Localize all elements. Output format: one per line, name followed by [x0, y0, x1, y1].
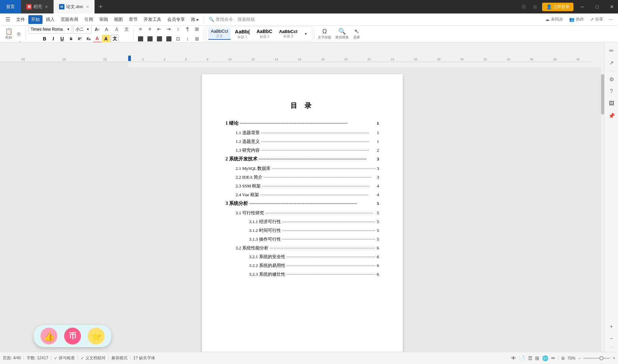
coin-widget-button[interactable]: 币 [64, 328, 81, 344]
font-size-down-button[interactable]: A- [103, 26, 111, 34]
login-button[interactable]: 👤 立即登录 [542, 3, 573, 11]
zoom-out-button[interactable]: − [578, 356, 581, 361]
quick-action-button[interactable]: ⚙ [606, 74, 617, 85]
minimize-button[interactable]: ─ [576, 1, 588, 12]
image-button[interactable]: 🖼 [606, 98, 617, 109]
multi-window-icon[interactable]: ⧉ [519, 2, 528, 11]
scroll-thumb[interactable] [601, 74, 604, 115]
view-mode-read[interactable]: 👁 [511, 355, 516, 361]
copy-button[interactable]: ⎘ [15, 30, 23, 38]
sort-button[interactable]: ↕ [174, 26, 182, 33]
doc-correction[interactable]: ✓ 义文档校对 [81, 355, 106, 361]
text-layout-button[interactable]: Ω 文字排版 [316, 27, 333, 41]
zoom-in-button[interactable]: + [613, 356, 615, 361]
view-mode-pen[interactable]: ✏ [551, 355, 556, 361]
page-count[interactable]: 页面: 4/40 [3, 355, 21, 361]
menu-dev-tools[interactable]: 开发工具 [141, 15, 164, 24]
list-ordered-button[interactable]: ≡ [145, 26, 154, 33]
hamburger-menu-icon[interactable]: ☰ [3, 14, 13, 25]
font-size-up-button[interactable]: A+ [93, 26, 102, 34]
sidebar-more[interactable]: ⋯ [610, 345, 613, 349]
tab-doc-close[interactable]: ✕ [86, 5, 89, 9]
document-area[interactable]: 目 录 1 绪论································… [0, 67, 605, 352]
menu-insert[interactable]: 插入 [43, 15, 57, 24]
find-replace-button[interactable]: 🔍 查找替换 [334, 27, 350, 41]
view-mode-print[interactable]: 📄 [519, 355, 525, 361]
columns-button[interactable]: ⊞ [193, 26, 201, 33]
help-button[interactable]: ? [606, 86, 617, 97]
share-button[interactable]: ↗ 分享 [587, 16, 606, 23]
view-mode-list[interactable]: ☰ [528, 355, 532, 361]
menu-file[interactable]: 文件 [13, 15, 28, 24]
navigate-button[interactable]: ↗ [606, 57, 617, 68]
more-options-button[interactable]: ⋯ [607, 15, 615, 24]
grid-view-icon[interactable]: ⊞ [531, 2, 539, 11]
select-button[interactable]: ↖ 选择 [351, 27, 362, 41]
line-spacing-button[interactable]: ↕ [183, 34, 192, 42]
word-count[interactable]: 字数: 12417 [27, 355, 48, 361]
phonetic-button[interactable]: 文 [122, 26, 131, 34]
menu-start[interactable]: 开始 [28, 15, 43, 24]
format-painter-button[interactable]: 🖌 [15, 39, 23, 43]
tab-add-button[interactable]: + [95, 0, 107, 13]
bold-button[interactable]: B [40, 35, 49, 42]
text-direction-button[interactable]: ⊡ [174, 34, 182, 42]
tab-straw-close[interactable]: ✕ [45, 5, 48, 9]
strikethrough-button[interactable]: S̶ [67, 35, 75, 42]
maximize-button[interactable]: □ [591, 1, 603, 12]
style-heading3[interactable]: AaBbCcI 标题 3 [276, 28, 300, 40]
styles-dropdown-button[interactable]: ▼ [301, 30, 310, 38]
superscript-button[interactable]: X² [76, 35, 84, 42]
italic-button[interactable]: I [49, 35, 57, 42]
list-unordered-button[interactable]: ≡ [136, 26, 145, 33]
close-button[interactable]: ✕ [606, 1, 618, 12]
compat-mode[interactable]: 兼容模式 [111, 355, 128, 361]
vertical-scrollbar[interactable] [600, 67, 605, 352]
menu-review[interactable]: 审阅 [96, 15, 111, 24]
star-widget-button[interactable]: ⭐ [88, 328, 105, 344]
font-size-selector[interactable]: 小二 ▼ [73, 26, 92, 34]
menu-push[interactable]: 推 ▸ [188, 15, 202, 24]
paste-button[interactable]: 📋 粘贴 [3, 27, 14, 41]
missing-font[interactable]: 1? 缺失字体 [133, 355, 155, 361]
draw-button[interactable]: ✏ [606, 45, 617, 56]
align-right-button[interactable]: ⬛ [155, 34, 164, 42]
align-left-button[interactable]: ⬛ [136, 34, 145, 42]
clear-format-button[interactable]: Ā [112, 26, 121, 34]
cut-button[interactable]: ✂ [15, 26, 23, 29]
border-button[interactable]: ⊞ [193, 34, 201, 42]
subscript-button[interactable]: X₂ [84, 35, 92, 42]
menu-reference[interactable]: 引用 [82, 15, 96, 24]
collab-button[interactable]: 👥 协作 [566, 16, 587, 23]
indent-increase-button[interactable]: ⇥ [164, 26, 173, 33]
align-justify-button[interactable]: ⬛ [164, 34, 173, 42]
pin-button[interactable]: 📌 [606, 110, 617, 121]
spell-check[interactable]: ✓ 拼与检查 [54, 355, 75, 361]
menu-page-layout[interactable]: 页面布局 [58, 15, 81, 24]
style-normal[interactable]: AaBbCcI 正文 [208, 28, 231, 40]
show-hide-button[interactable]: ¶ [183, 26, 192, 33]
menu-vip[interactable]: 会员专享 [165, 15, 188, 24]
menu-view[interactable]: 视图 [111, 15, 125, 24]
zoom-slider[interactable] [583, 358, 610, 359]
indent-decrease-button[interactable]: ⇤ [155, 26, 164, 33]
view-mode-grid[interactable]: ⊞ [535, 355, 539, 361]
sync-button[interactable]: ☁ 未同步 [542, 16, 566, 23]
zoom-in-sidebar-button[interactable]: + [606, 321, 617, 332]
style-heading2[interactable]: AaBbC 标题 2 [254, 28, 275, 40]
zoom-thumb[interactable] [599, 356, 603, 360]
highlight-button[interactable]: A [102, 35, 110, 42]
tab-home[interactable]: 首页 [0, 0, 21, 13]
search-command[interactable]: 🔍 查找命令、搜索模板 [206, 15, 258, 24]
char-border-button[interactable]: 文 [111, 35, 119, 42]
font-name-selector[interactable]: Times New Roma ▼ [28, 26, 72, 34]
style-heading1[interactable]: AaBb( 标题 1 [232, 28, 252, 40]
fit-page-button[interactable]: ⊞ [561, 356, 565, 361]
font-color-button[interactable]: A [93, 35, 101, 42]
align-center-button[interactable]: ⬛ [145, 34, 154, 42]
tab-doc[interactable]: W 论文.doc ✕ [54, 0, 95, 13]
menu-chapter[interactable]: 章节 [126, 15, 140, 24]
underline-button[interactable]: U [58, 35, 66, 42]
like-widget-button[interactable]: 👍 [40, 328, 57, 344]
zoom-out-sidebar-button[interactable]: − [606, 333, 617, 344]
